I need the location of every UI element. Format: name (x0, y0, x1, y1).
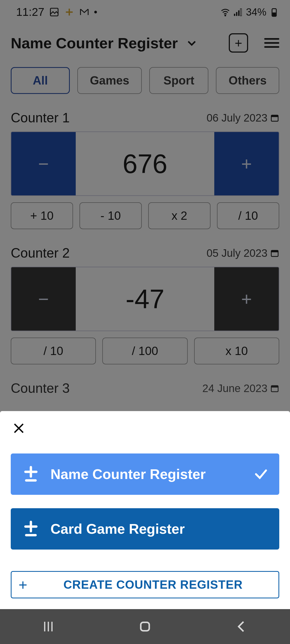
recents-icon[interactable] (41, 619, 56, 634)
register-option[interactable]: Card Game Register (11, 508, 279, 550)
close-button[interactable] (11, 422, 279, 440)
close-icon (12, 422, 25, 435)
svg-rect-14 (141, 622, 149, 631)
create-register-button[interactable]: + CREATE COUNTER REGISTER (11, 571, 279, 598)
counter-app-icon (21, 519, 40, 538)
register-option-selected[interactable]: Name Counter Register (11, 453, 279, 495)
register-option-label: Name Counter Register (50, 466, 253, 482)
create-register-label: CREATE COUNTER REGISTER (35, 578, 271, 591)
register-selector-sheet: Name Counter Register Card Game Register… (0, 411, 290, 609)
counter-app-icon (21, 465, 40, 484)
home-icon[interactable] (138, 619, 152, 634)
system-nav-bar (0, 609, 290, 644)
checkmark-icon (253, 467, 269, 482)
register-option-label: Card Game Register (50, 521, 269, 537)
plus-icon: + (19, 576, 35, 594)
back-icon[interactable] (234, 619, 249, 634)
